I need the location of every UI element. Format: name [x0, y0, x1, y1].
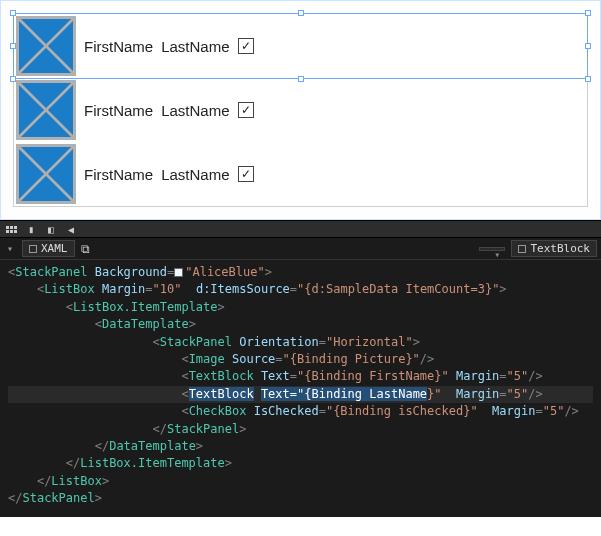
xaml-file-icon — [29, 245, 37, 253]
placeholder-image-icon — [16, 144, 76, 204]
selection-handle[interactable] — [298, 10, 304, 16]
checkbox[interactable]: ✓ — [238, 38, 254, 54]
layout-stacked-icon[interactable]: ▮ — [24, 222, 38, 236]
placeholder-image-icon — [16, 16, 76, 76]
element-icon — [518, 245, 526, 253]
editor-tabrow: ▾ XAML ⧉ TextBlock — [0, 238, 601, 260]
firstname-label: FirstName — [84, 101, 153, 120]
code-area[interactable]: <StackPanel Background="AliceBlue"> <Lis… — [0, 260, 601, 517]
breadcrumb-label: TextBlock — [530, 242, 590, 255]
designer-preview[interactable]: FirstName LastName ✓ FirstName LastName … — [0, 0, 601, 220]
checkbox[interactable]: ✓ — [238, 102, 254, 118]
layout-split-icon[interactable]: ◧ — [44, 222, 58, 236]
breadcrumb-dropdown[interactable] — [479, 247, 505, 251]
list-item[interactable]: FirstName LastName ✓ — [14, 142, 587, 206]
xaml-editor: ▮ ◧ ◀ ▾ XAML ⧉ TextBlock <StackPanel Bac… — [0, 220, 601, 517]
listbox-preview[interactable]: FirstName LastName ✓ FirstName LastName … — [13, 13, 588, 207]
lastname-label: LastName — [161, 37, 229, 56]
firstname-label: FirstName — [84, 37, 153, 56]
list-item[interactable]: FirstName LastName ✓ — [14, 78, 587, 142]
breadcrumb-element[interactable]: TextBlock — [511, 240, 597, 257]
tab-xaml[interactable]: XAML — [22, 240, 75, 257]
placeholder-image-icon — [16, 80, 76, 140]
list-item[interactable]: FirstName LastName ✓ — [14, 14, 587, 78]
popout-icon[interactable]: ⧉ — [81, 242, 90, 256]
chevron-left-icon[interactable]: ◀ — [64, 222, 78, 236]
lastname-label: LastName — [161, 165, 229, 184]
firstname-label: FirstName — [84, 165, 153, 184]
checkbox[interactable]: ✓ — [238, 166, 254, 182]
designer-toolbar: ▮ ◧ ◀ — [0, 220, 601, 238]
color-swatch-icon — [174, 268, 183, 277]
lastname-label: LastName — [161, 101, 229, 120]
selection-handle[interactable] — [585, 43, 591, 49]
selection-handle[interactable] — [585, 10, 591, 16]
layout-grid-icon[interactable] — [4, 222, 18, 236]
collapse-arrow-icon[interactable]: ▾ — [4, 243, 16, 254]
tab-label: XAML — [41, 242, 68, 255]
